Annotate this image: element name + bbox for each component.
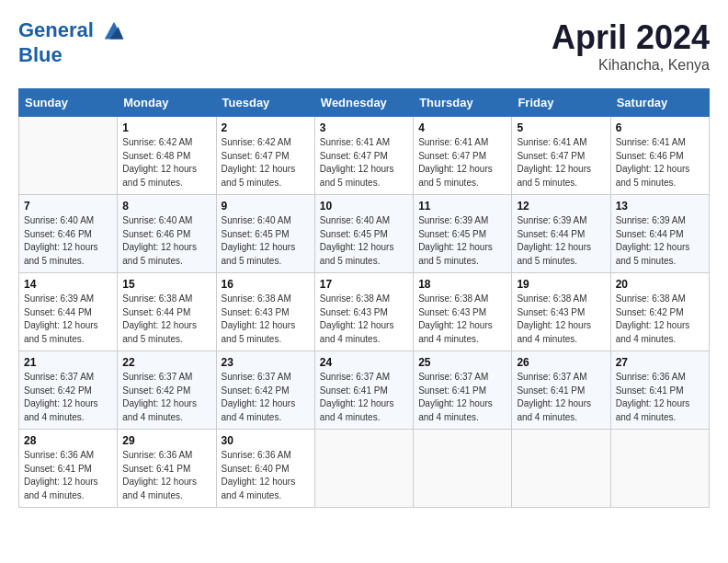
day-number: 30	[222, 434, 310, 447]
calendar-cell: 19Sunrise: 6:38 AM Sunset: 6:43 PM Dayli…	[512, 273, 610, 351]
weekday-header: Tuesday	[216, 89, 314, 117]
calendar-cell: 27Sunrise: 6:36 AM Sunset: 6:41 PM Dayli…	[610, 351, 709, 430]
day-number: 24	[320, 356, 408, 369]
day-info: Sunrise: 6:39 AM Sunset: 6:44 PM Dayligh…	[517, 214, 605, 268]
day-info: Sunrise: 6:37 AM Sunset: 6:41 PM Dayligh…	[418, 371, 506, 424]
calendar-cell: 18Sunrise: 6:38 AM Sunset: 6:43 PM Dayli…	[414, 273, 512, 351]
day-info: Sunrise: 6:41 AM Sunset: 6:47 PM Dayligh…	[418, 136, 506, 190]
day-number: 1	[122, 121, 210, 134]
day-number: 26	[517, 356, 605, 369]
day-number: 4	[418, 121, 506, 134]
day-info: Sunrise: 6:41 AM Sunset: 6:47 PM Dayligh…	[517, 136, 605, 190]
calendar-cell: 5Sunrise: 6:41 AM Sunset: 6:47 PM Daylig…	[512, 117, 610, 195]
calendar-cell: 26Sunrise: 6:37 AM Sunset: 6:41 PM Dayli…	[512, 351, 610, 430]
calendar-cell: 8Sunrise: 6:40 AM Sunset: 6:46 PM Daylig…	[118, 195, 216, 273]
day-number: 11	[418, 200, 506, 213]
day-number: 19	[517, 278, 605, 291]
day-info: Sunrise: 6:39 AM Sunset: 6:44 PM Dayligh…	[616, 214, 704, 268]
day-number: 29	[122, 434, 210, 447]
day-info: Sunrise: 6:38 AM Sunset: 6:43 PM Dayligh…	[222, 293, 310, 346]
calendar-cell: 3Sunrise: 6:41 AM Sunset: 6:47 PM Daylig…	[314, 117, 413, 195]
day-info: Sunrise: 6:37 AM Sunset: 6:41 PM Dayligh…	[517, 371, 605, 424]
day-info: Sunrise: 6:40 AM Sunset: 6:45 PM Dayligh…	[320, 214, 408, 268]
weekday-header: Monday	[118, 89, 216, 117]
day-number: 13	[616, 200, 704, 213]
day-info: Sunrise: 6:41 AM Sunset: 6:47 PM Dayligh…	[320, 136, 408, 190]
day-number: 17	[320, 278, 408, 291]
calendar-cell: 20Sunrise: 6:38 AM Sunset: 6:42 PM Dayli…	[610, 273, 709, 351]
weekday-header: Sunday	[19, 89, 118, 117]
day-info: Sunrise: 6:36 AM Sunset: 6:40 PM Dayligh…	[222, 449, 310, 502]
day-info: Sunrise: 6:37 AM Sunset: 6:41 PM Dayligh…	[320, 371, 408, 424]
day-number: 6	[616, 121, 704, 134]
calendar-cell: 6Sunrise: 6:41 AM Sunset: 6:46 PM Daylig…	[610, 117, 709, 195]
title-block: April 2024 Kihancha, Kenya	[552, 18, 710, 74]
day-number: 23	[222, 356, 310, 369]
calendar-cell	[610, 430, 709, 508]
day-number: 21	[24, 356, 112, 369]
day-info: Sunrise: 6:42 AM Sunset: 6:48 PM Dayligh…	[122, 136, 210, 190]
day-info: Sunrise: 6:38 AM Sunset: 6:42 PM Dayligh…	[616, 293, 704, 346]
calendar-cell: 28Sunrise: 6:36 AM Sunset: 6:41 PM Dayli…	[19, 430, 118, 508]
calendar-cell: 22Sunrise: 6:37 AM Sunset: 6:42 PM Dayli…	[118, 351, 216, 430]
weekday-header: Friday	[512, 89, 610, 117]
day-number: 5	[517, 121, 605, 134]
weekday-header: Saturday	[610, 89, 709, 117]
day-info: Sunrise: 6:38 AM Sunset: 6:43 PM Dayligh…	[320, 293, 408, 346]
day-info: Sunrise: 6:42 AM Sunset: 6:47 PM Dayligh…	[222, 136, 310, 190]
day-info: Sunrise: 6:37 AM Sunset: 6:42 PM Dayligh…	[122, 371, 210, 424]
calendar-cell: 13Sunrise: 6:39 AM Sunset: 6:44 PM Dayli…	[610, 195, 709, 273]
calendar-cell	[414, 430, 512, 508]
day-number: 2	[222, 121, 310, 134]
day-info: Sunrise: 6:37 AM Sunset: 6:42 PM Dayligh…	[24, 371, 112, 424]
day-info: Sunrise: 6:39 AM Sunset: 6:44 PM Dayligh…	[24, 293, 112, 346]
day-info: Sunrise: 6:36 AM Sunset: 6:41 PM Dayligh…	[616, 371, 704, 424]
weekday-header: Wednesday	[314, 89, 413, 117]
calendar-cell: 12Sunrise: 6:39 AM Sunset: 6:44 PM Dayli…	[512, 195, 610, 273]
day-info: Sunrise: 6:37 AM Sunset: 6:42 PM Dayligh…	[222, 371, 310, 424]
calendar-cell	[314, 430, 413, 508]
calendar-cell: 16Sunrise: 6:38 AM Sunset: 6:43 PM Dayli…	[216, 273, 314, 351]
calendar-cell: 23Sunrise: 6:37 AM Sunset: 6:42 PM Dayli…	[216, 351, 314, 430]
weekday-header: Thursday	[414, 89, 512, 117]
calendar-cell: 4Sunrise: 6:41 AM Sunset: 6:47 PM Daylig…	[414, 117, 512, 195]
calendar-cell: 11Sunrise: 6:39 AM Sunset: 6:45 PM Dayli…	[414, 195, 512, 273]
calendar-cell: 10Sunrise: 6:40 AM Sunset: 6:45 PM Dayli…	[314, 195, 413, 273]
day-number: 27	[616, 356, 704, 369]
calendar-cell: 15Sunrise: 6:38 AM Sunset: 6:44 PM Dayli…	[118, 273, 216, 351]
calendar-cell: 24Sunrise: 6:37 AM Sunset: 6:41 PM Dayli…	[314, 351, 413, 430]
day-number: 9	[222, 200, 310, 213]
calendar-cell	[512, 430, 610, 508]
calendar-cell: 2Sunrise: 6:42 AM Sunset: 6:47 PM Daylig…	[216, 117, 314, 195]
calendar-cell: 25Sunrise: 6:37 AM Sunset: 6:41 PM Dayli…	[414, 351, 512, 430]
day-number: 3	[320, 121, 408, 134]
month-title: April 2024	[552, 18, 710, 57]
calendar-body: 1Sunrise: 6:42 AM Sunset: 6:48 PM Daylig…	[19, 117, 710, 508]
calendar-week-row: 1Sunrise: 6:42 AM Sunset: 6:48 PM Daylig…	[19, 117, 710, 195]
day-info: Sunrise: 6:40 AM Sunset: 6:45 PM Dayligh…	[222, 214, 310, 268]
day-info: Sunrise: 6:41 AM Sunset: 6:46 PM Dayligh…	[616, 136, 704, 190]
calendar-week-row: 7Sunrise: 6:40 AM Sunset: 6:46 PM Daylig…	[19, 195, 710, 273]
day-number: 7	[24, 200, 112, 213]
day-info: Sunrise: 6:36 AM Sunset: 6:41 PM Dayligh…	[122, 449, 210, 502]
day-info: Sunrise: 6:40 AM Sunset: 6:46 PM Dayligh…	[122, 214, 210, 268]
day-info: Sunrise: 6:39 AM Sunset: 6:45 PM Dayligh…	[418, 214, 506, 268]
day-info: Sunrise: 6:40 AM Sunset: 6:46 PM Dayligh…	[24, 214, 112, 268]
day-info: Sunrise: 6:38 AM Sunset: 6:43 PM Dayligh…	[517, 293, 605, 346]
calendar-week-row: 14Sunrise: 6:39 AM Sunset: 6:44 PM Dayli…	[19, 273, 710, 351]
day-number: 8	[122, 200, 210, 213]
calendar-cell: 7Sunrise: 6:40 AM Sunset: 6:46 PM Daylig…	[19, 195, 118, 273]
day-number: 25	[418, 356, 506, 369]
location-subtitle: Kihancha, Kenya	[552, 57, 710, 74]
calendar-cell: 9Sunrise: 6:40 AM Sunset: 6:45 PM Daylig…	[216, 195, 314, 273]
day-number: 18	[418, 278, 506, 291]
day-info: Sunrise: 6:38 AM Sunset: 6:44 PM Dayligh…	[122, 293, 210, 346]
calendar-table: SundayMondayTuesdayWednesdayThursdayFrid…	[18, 88, 710, 508]
calendar-week-row: 21Sunrise: 6:37 AM Sunset: 6:42 PM Dayli…	[19, 351, 710, 430]
logo: General Blue	[18, 18, 127, 66]
calendar-cell: 30Sunrise: 6:36 AM Sunset: 6:40 PM Dayli…	[216, 430, 314, 508]
day-number: 16	[222, 278, 310, 291]
page-header: General Blue April 2024 Kihancha, Kenya	[18, 18, 710, 74]
day-number: 15	[122, 278, 210, 291]
calendar-cell: 14Sunrise: 6:39 AM Sunset: 6:44 PM Dayli…	[19, 273, 118, 351]
